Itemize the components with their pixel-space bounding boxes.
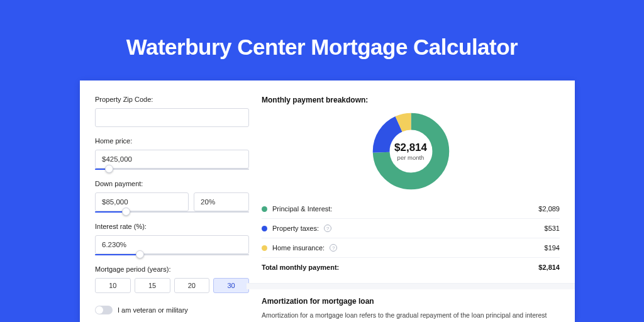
legend-row-principal: Principal & Interest: $2,089: [262, 199, 560, 219]
down-payment-amount-input[interactable]: [95, 192, 189, 211]
amortization-text: Amortization for a mortgage loan refers …: [262, 311, 560, 322]
total-amount: $2,814: [538, 264, 560, 271]
breakdown-column: Monthly payment breakdown: $2,814 per mo…: [262, 96, 560, 322]
legend-row-insurance: Home insurance: ? $194: [262, 238, 560, 258]
legend-label: Principal & Interest:: [272, 205, 332, 213]
slider-thumb[interactable]: [122, 208, 130, 216]
zip-input[interactable]: [95, 108, 249, 127]
slider-thumb[interactable]: [105, 165, 113, 173]
interest-slider[interactable]: [95, 254, 249, 255]
down-payment-percent-input[interactable]: [194, 192, 249, 211]
slider-thumb[interactable]: [136, 250, 144, 258]
down-payment-slider[interactable]: [95, 211, 249, 213]
interest-group: Interest rate (%):: [95, 223, 249, 255]
down-payment-row: [95, 192, 249, 211]
interest-label: Interest rate (%):: [95, 223, 249, 230]
period-btn-10[interactable]: 10: [95, 278, 131, 293]
down-payment-label: Down payment:: [95, 180, 249, 187]
legend-left: Home insurance: ?: [262, 244, 337, 252]
payment-donut-chart: $2,814 per month: [372, 112, 450, 191]
legend-dot-icon: [262, 226, 267, 231]
legend-left: Property taxes: ?: [262, 225, 331, 232]
period-label: Mortgage period (years):: [95, 265, 249, 273]
down-payment-group: Down payment:: [95, 180, 249, 213]
period-row: 10 15 20 30: [95, 278, 249, 293]
zip-group: Property Zip Code:: [95, 96, 249, 127]
interest-input[interactable]: [95, 235, 249, 254]
help-icon[interactable]: ?: [324, 225, 331, 232]
legend-dot-icon: [262, 245, 267, 251]
donut-wrap: $2,814 per month: [262, 109, 560, 199]
period-btn-15[interactable]: 15: [135, 278, 170, 293]
zip-label: Property Zip Code:: [95, 96, 249, 103]
slider-fill: [95, 254, 140, 255]
calculator-card: Property Zip Code: Home price: Down paym…: [80, 80, 575, 322]
page-title: Waterbury Center Mortgage Calculator: [0, 0, 644, 60]
card-inner: Property Zip Code: Home price: Down paym…: [95, 96, 560, 322]
period-btn-20[interactable]: 20: [174, 278, 210, 293]
veteran-toggle[interactable]: [95, 306, 113, 314]
help-icon[interactable]: ?: [330, 244, 337, 252]
veteran-row: I am veteran or military: [95, 306, 249, 314]
donut-center: $2,814 per month: [372, 112, 450, 191]
legend-dot-icon: [262, 206, 267, 212]
donut-amount: $2,814: [394, 142, 427, 154]
amortization-title: Amortization for mortgage loan: [262, 297, 560, 306]
section-divider: [247, 283, 575, 289]
toggle-knob: [96, 306, 103, 314]
period-group: Mortgage period (years): 10 15 20 30: [95, 265, 249, 293]
total-label: Total monthly payment:: [262, 264, 339, 271]
form-column: Property Zip Code: Home price: Down paym…: [95, 96, 249, 314]
legend-left: Principal & Interest:: [262, 205, 332, 213]
period-btn-30[interactable]: 30: [213, 278, 249, 293]
legend-amount: $531: [545, 225, 560, 232]
home-price-input[interactable]: [95, 150, 249, 169]
legend-amount: $2,089: [538, 205, 560, 213]
legend-label: Home insurance:: [272, 244, 325, 252]
slider-fill: [95, 211, 126, 213]
legend-amount: $194: [545, 244, 560, 252]
veteran-label: I am veteran or military: [118, 306, 188, 314]
donut-sub: per month: [397, 154, 425, 161]
legend-label: Property taxes:: [272, 225, 319, 232]
home-price-group: Home price:: [95, 137, 249, 170]
home-price-label: Home price:: [95, 137, 249, 145]
page-background: Waterbury Center Mortgage Calculator Pro…: [0, 0, 644, 322]
legend-row-taxes: Property taxes: ? $531: [262, 219, 560, 238]
breakdown-title: Monthly payment breakdown:: [262, 96, 560, 104]
legend-total-row: Total monthly payment: $2,814: [262, 258, 560, 277]
home-price-slider[interactable]: [95, 169, 249, 170]
